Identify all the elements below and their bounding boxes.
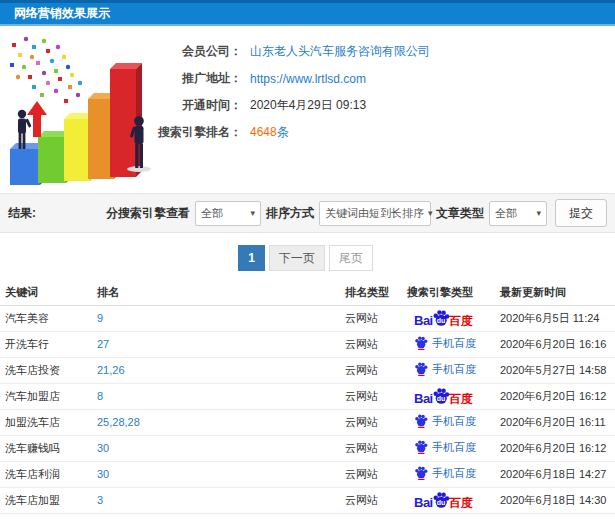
baidu-logo: Bai du 百度 (414, 309, 473, 327)
account-info-list: 会员公司： 山东老人头汽车服务咨询有限公司 推广地址： https://www.… (0, 38, 615, 146)
filter-controls: 分搜索引擎查看 全部 ▾ 排序方式 关键词由短到长排序 ▾ 文章类型 全部 ▾ … (101, 199, 607, 227)
chevron-down-icon: ▾ (536, 208, 541, 218)
rank-type-cell: 云网站 (340, 383, 402, 409)
company-label: 会员公司： (0, 43, 242, 60)
mobile-baidu-badge: 手机百度 (414, 336, 476, 351)
updated-cell: 2020年6月20日 16:11 (495, 409, 615, 435)
baidu-logo-bai: Bai (414, 392, 433, 405)
promo-url-link[interactable]: https://www.lrtlsd.com (250, 72, 366, 86)
info-row-company: 会员公司： 山东老人头汽车服务咨询有限公司 (0, 38, 615, 65)
rank-cell: 3 (92, 487, 340, 513)
rank-count-number: 4648 (250, 125, 277, 139)
mobile-baidu-label: 手机百度 (432, 414, 476, 429)
rank-count-label: 搜索引擎排名： (0, 124, 242, 141)
rank-type-cell: 云网站 (340, 357, 402, 383)
keyword-cell: 洗车赚钱吗 (0, 435, 92, 461)
engine-filter-select[interactable]: 全部 ▾ (195, 201, 261, 226)
submit-button[interactable]: 提交 (555, 199, 607, 227)
updated-cell: 2020年6月20日 16:16 (495, 331, 615, 357)
baidu-logo-cn: 百度 (449, 497, 473, 509)
baidu-logo-cn: 百度 (449, 393, 473, 405)
baidu-logo: Bai du 百度 (414, 491, 473, 509)
header-rank: 排名 (92, 281, 340, 305)
header-rank-type: 排名类型 (340, 281, 402, 305)
keyword-cell: 洗车店加盟 (0, 487, 92, 513)
page-current[interactable]: 1 (238, 245, 265, 271)
engine-cell: 手机百度 (402, 409, 495, 435)
mobile-baidu-label: 手机百度 (432, 440, 476, 455)
chevron-down-icon: ▾ (428, 208, 433, 218)
rank-type-cell: 云网站 (340, 461, 402, 487)
baidu-logo-cn: 百度 (449, 315, 473, 327)
mobile-baidu-paw-icon (414, 414, 428, 428)
baidu-paw-icon: du (432, 309, 450, 327)
article-type-select[interactable]: 全部 ▾ (489, 201, 547, 226)
engine-cell: 手机百度 (402, 435, 495, 461)
engine-filter-label: 分搜索引擎查看 (106, 205, 190, 222)
baidu-logo: Bai du 百度 (414, 387, 473, 405)
baidu-logo-du: du (437, 395, 446, 402)
updated-cell: 2020年6月5日 11:24 (495, 305, 615, 331)
info-row-open-time: 开通时间： 2020年4月29日 09:13 (0, 92, 615, 119)
updated-cell: 2020年6月18日 14:27 (495, 461, 615, 487)
mobile-baidu-badge: 手机百度 (414, 362, 476, 377)
rank-cell: 30 (92, 461, 340, 487)
keyword-cell: 开洗车行 (0, 331, 92, 357)
engine-cell: 手机百度 (402, 331, 495, 357)
rank-type-cell: 云网站 (340, 305, 402, 331)
baidu-logo-bai: Bai (414, 314, 433, 327)
pagination: 1 下一页 尾页 (0, 245, 615, 271)
table-row: 洗车店加盟3云网站 Bai du 百度 2020年6月18日 14:30 (0, 487, 615, 513)
rank-cell: 25,28,28 (92, 409, 340, 435)
rank-cell: 27 (92, 331, 340, 357)
mobile-baidu-paw-icon (414, 362, 428, 376)
table-header-row: 关键词 排名 排名类型 搜索引擎类型 最新更新时间 (0, 281, 615, 305)
header-engine-type: 搜索引擎类型 (402, 281, 495, 305)
info-row-url: 推广地址： https://www.lrtlsd.com (0, 65, 615, 92)
promo-url-label: 推广地址： (0, 70, 242, 87)
results-table-body: 汽车美容9云网站 Bai du 百度 2020年6月5日 11:24开洗车行27… (0, 305, 615, 513)
mobile-baidu-badge: 手机百度 (414, 466, 476, 481)
table-row: 开洗车行27云网站 手机百度 2020年6月20日 16:16 (0, 331, 615, 357)
engine-cell: Bai du 百度 (402, 305, 495, 331)
rank-count-value: 4648条 (250, 124, 289, 141)
updated-cell: 2020年6月18日 14:30 (495, 487, 615, 513)
header-keyword: 关键词 (0, 281, 92, 305)
engine-cell: 手机百度 (402, 357, 495, 383)
baidu-logo-du: du (437, 499, 446, 506)
rank-cell: 8 (92, 383, 340, 409)
baidu-logo-du: du (437, 317, 446, 324)
results-table: 关键词 排名 排名类型 搜索引擎类型 最新更新时间 汽车美容9云网站 Bai d… (0, 281, 615, 514)
updated-cell: 2020年6月20日 16:12 (495, 383, 615, 409)
keyword-cell: 汽车美容 (0, 305, 92, 331)
mobile-baidu-label: 手机百度 (432, 362, 476, 377)
baidu-paw-icon: du (432, 491, 450, 509)
page-next[interactable]: 下一页 (269, 245, 325, 271)
table-row: 汽车美容9云网站 Bai du 百度 2020年6月5日 11:24 (0, 305, 615, 331)
chevron-down-icon: ▾ (250, 208, 255, 218)
open-time-label: 开通时间： (0, 97, 242, 114)
rank-type-cell: 云网站 (340, 331, 402, 357)
sort-select[interactable]: 关键词由短到长排序 ▾ (319, 201, 431, 226)
rank-cell: 21,26 (92, 357, 340, 383)
info-row-rank-count: 搜索引擎排名： 4648条 (0, 119, 615, 146)
rank-cell: 30 (92, 435, 340, 461)
table-row: 汽车加盟店8云网站 Bai du 百度 2020年6月20日 16:12 (0, 383, 615, 409)
mobile-baidu-label: 手机百度 (432, 466, 476, 481)
rank-type-cell: 云网站 (340, 435, 402, 461)
results-filter-bar: 结果: 分搜索引擎查看 全部 ▾ 排序方式 关键词由短到长排序 ▾ 文章类型 全… (0, 193, 615, 233)
article-type-value: 全部 (495, 206, 517, 221)
page-last[interactable]: 尾页 (329, 245, 373, 271)
table-row: 洗车赚钱吗30云网站 手机百度 2020年6月20日 16:12 (0, 435, 615, 461)
baidu-logo-bai: Bai (414, 496, 433, 509)
article-type-label: 文章类型 (436, 205, 484, 222)
keyword-cell: 洗车店投资 (0, 357, 92, 383)
baidu-paw-icon: du (432, 387, 450, 405)
mobile-baidu-paw-icon (414, 336, 428, 350)
header-updated: 最新更新时间 (495, 281, 615, 305)
updated-cell: 2020年5月27日 14:58 (495, 357, 615, 383)
rank-type-cell: 云网站 (340, 487, 402, 513)
mobile-baidu-paw-icon (414, 440, 428, 454)
page-title: 网络营销效果展示 (0, 0, 615, 26)
company-link[interactable]: 山东老人头汽车服务咨询有限公司 (250, 43, 430, 60)
